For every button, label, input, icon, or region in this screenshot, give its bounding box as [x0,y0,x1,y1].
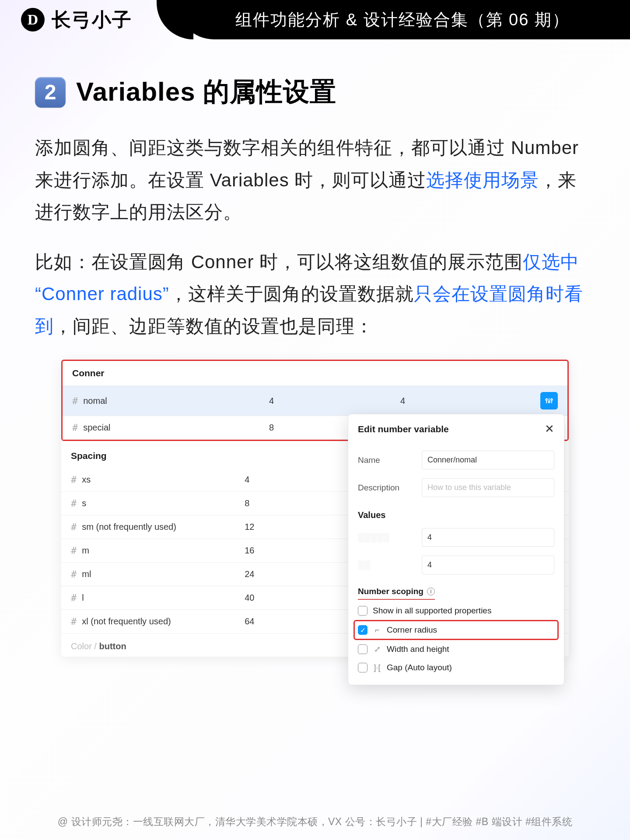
group-header-conner: Conner [63,361,567,386]
variable-name: # nomal [72,396,269,406]
variable-label: xs [82,475,91,485]
variable-name: # special [72,422,269,433]
checkbox-unchecked-icon[interactable] [358,644,368,654]
row-settings-button[interactable] [540,392,558,410]
scope-label: Width and height [387,644,449,654]
hash-icon: # [72,396,78,406]
variables-panel: Conner # nomal 4 4 # [61,360,569,657]
footer-bold: button [99,641,126,651]
variable-label: special [83,423,110,433]
scoping-section-title: Number scoping i [358,579,435,600]
hash-icon: # [71,522,77,532]
variable-label: s [82,498,86,508]
variable-value-2: 4 [400,396,532,406]
variable-name: #xl (not frequently used) [71,616,245,627]
scoping-label: Number scoping [358,587,424,596]
text: ，这样关于圆角的设置数据就 [169,284,414,304]
highlight-text: 选择使用场景 [426,170,539,190]
scope-option-all[interactable]: Show in all supported properties [358,602,554,620]
page-header: D 长弓小子 组件功能分析 & 设计经验合集（第 06 期） [0,0,630,39]
value-row-2: ░░ 4 [358,551,554,579]
scope-label: Gap (Auto layout) [387,663,452,672]
checkbox-checked-icon[interactable]: ✓ [358,625,368,635]
variable-value-1: 4 [269,396,400,406]
variable-label: sm (not frequently used) [82,522,176,532]
variable-label: xl (not frequently used) [82,616,171,626]
name-input[interactable]: Conner/nomal [422,451,554,469]
hash-icon: # [71,592,77,603]
section-title-text: Variables 的属性设置 [76,74,336,110]
scope-option-gap[interactable]: ]·[ Gap (Auto layout) [358,658,554,677]
variable-name: #m [71,545,245,556]
text: ，间距、边距等数值的设置也是同理： [54,316,374,336]
brand-name: 长弓小子 [52,7,132,33]
info-icon[interactable]: i [427,588,435,595]
header-ribbon: 组件功能分析 & 设计经验合集（第 06 期） [175,0,630,39]
text: 比如：在设置圆角 Conner 时，可以将这组数值的展示范围 [35,252,523,272]
hash-icon: # [71,545,77,556]
close-icon[interactable]: ✕ [545,422,554,436]
hash-icon: # [71,498,77,509]
description-field-row: Description How to use this variable [358,474,554,501]
svg-point-3 [548,401,550,403]
paragraph-2: 比如：在设置圆角 Conner 时，可以将这组数值的展示范围仅选中 “Conne… [35,246,595,343]
name-field-row: Name Conner/nomal [358,446,554,474]
variable-name: #sm (not frequently used) [71,522,245,532]
paragraph-1: 添加圆角、间距这类与数字相关的组件特征，都可以通过 Number 来进行添加。在… [35,132,595,228]
popover-header: Edit number variable ✕ [348,414,564,444]
scope-option-corner-radius[interactable]: ✓ ⌐ Corner radius [354,621,558,639]
hash-icon: # [71,616,77,627]
value-row-1: ░░░░░ 4 [358,524,554,551]
variable-name: #s [71,498,245,509]
values-section-title: Values [358,501,554,524]
checkbox-unchecked-icon[interactable] [358,606,368,616]
variable-label: ml [82,569,91,579]
footer-grey: Color / [71,641,99,651]
description-input[interactable]: How to use this variable [422,478,554,497]
section-title: 2 Variables 的属性设置 [35,74,595,110]
section-number-badge: 2 [35,77,66,108]
value-input-2[interactable]: 4 [422,556,554,574]
variable-label: m [82,546,89,556]
hash-icon: # [71,474,77,485]
variable-label: nomal [83,396,107,406]
hash-icon: # [71,569,77,580]
brand: D 长弓小子 [0,7,132,33]
value-label-1: ░░░░░ [358,533,415,542]
scope-option-width-height[interactable]: ⤢ Width and height [358,640,554,658]
value-label-2: ░░ [358,560,415,570]
checkbox-unchecked-icon[interactable] [358,663,368,672]
edit-variable-popover: Edit number variable ✕ Name Conner/nomal… [348,414,564,685]
hash-icon: # [72,422,78,433]
scope-label: Show in all supported properties [373,606,491,616]
name-label: Name [358,455,415,465]
variable-label: l [82,593,84,603]
value-input-1[interactable]: 4 [422,528,554,547]
svg-point-5 [551,399,553,401]
description-label: Description [358,483,415,493]
corner-radius-icon: ⌐ [373,626,382,635]
content: 2 Variables 的属性设置 添加圆角、间距这类与数字相关的组件特征，都可… [0,39,630,657]
variable-name: #xs [71,474,245,485]
scope-label: Corner radius [387,625,437,635]
variable-name: #l [71,592,245,603]
svg-point-1 [546,399,547,401]
width-height-icon: ⤢ [373,644,382,654]
popover-title: Edit number variable [358,424,449,434]
page-footer-credit: @ 设计师元尧：一线互联网大厂，清华大学美术学院本硕，VX 公号：长弓小子 | … [0,815,630,829]
variable-name: #ml [71,569,245,580]
gap-icon: ]·[ [373,663,382,672]
brand-logo-icon: D [21,8,45,32]
variable-row-nomal[interactable]: # nomal 4 4 [63,386,567,416]
